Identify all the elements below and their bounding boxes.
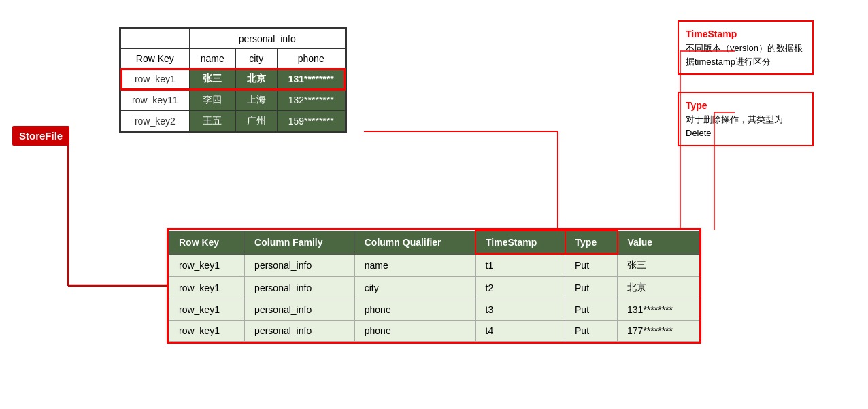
bottom-table-cell: personal_info	[245, 254, 355, 276]
type-annotation: Type 对于删除操作，其类型为Delete	[678, 92, 814, 146]
type-title: Type	[686, 99, 805, 113]
bottom-table-cell: t2	[475, 276, 565, 299]
empty-header	[121, 29, 190, 49]
row-key-col-header: Row Key	[121, 49, 190, 69]
bottom-table-cell: t4	[475, 320, 565, 341]
table-row: row_key11李四上海132********	[121, 90, 346, 111]
bottom-table-cell: row_key1	[169, 299, 245, 320]
bottom-table-cell: name	[354, 254, 475, 276]
row-key-cell: row_key1	[121, 69, 190, 90]
table-row: row_key1personal_infophonet3Put131******…	[169, 299, 699, 320]
storefile-table: Row KeyColumn FamilyColumn QualifierTime…	[169, 230, 699, 342]
timestamp-text: 不同版本（version）的数据根据timestamp进行区分	[686, 42, 805, 68]
name-cell: 张三	[189, 69, 235, 90]
bottom-table-cell: personal_info	[245, 320, 355, 341]
bottom-table-cell: phone	[354, 299, 475, 320]
main-container: StoreFile personal_info Row Key name cit…	[0, 0, 868, 409]
bottom-table-header: Value	[618, 231, 699, 254]
table-row: row_key1personal_infophonet4Put177******…	[169, 320, 699, 341]
table-row: row_key2王五广州159********	[121, 111, 346, 132]
bottom-table-cell: 张三	[618, 254, 699, 276]
table-row: row_key1personal_infonamet1Put张三	[169, 254, 699, 276]
hbase-table-wrapper: personal_info Row Key name city phone ro…	[119, 27, 347, 133]
bottom-table-cell: Put	[565, 299, 618, 320]
bottom-table-cell: Put	[565, 254, 618, 276]
phone-cell: 132********	[277, 90, 345, 111]
bottom-table-cell: 177********	[618, 320, 699, 341]
city-cell: 上海	[235, 90, 277, 111]
timestamp-title: TimeStamp	[686, 27, 805, 42]
bottom-table-cell: 131********	[618, 299, 699, 320]
row-key-cell: row_key2	[121, 111, 190, 132]
bottom-table-cell: Put	[565, 320, 618, 341]
bottom-table-cell: row_key1	[169, 320, 245, 341]
row-key-cell: row_key11	[121, 90, 190, 111]
bottom-table-header: TimeStamp	[475, 231, 565, 254]
bottom-table-cell: t3	[475, 299, 565, 320]
table-row: row_key1张三北京131********	[121, 69, 346, 90]
city-cell: 北京	[235, 69, 277, 90]
phone-cell: 159********	[277, 111, 345, 132]
bottom-table-header: Column Family	[245, 231, 355, 254]
phone-col-header: phone	[277, 49, 345, 69]
bottom-table-header: Row Key	[169, 231, 245, 254]
bottom-table-cell: row_key1	[169, 254, 245, 276]
name-cell: 王五	[189, 111, 235, 132]
bottom-table-header: Column Qualifier	[354, 231, 475, 254]
city-col-header: city	[235, 49, 277, 69]
bottom-table-cell: 北京	[618, 276, 699, 299]
storefile-label: StoreFile	[12, 126, 69, 146]
phone-cell: 131********	[277, 69, 345, 90]
city-cell: 广州	[235, 111, 277, 132]
bottom-table-cell: Put	[565, 276, 618, 299]
timestamp-annotation: TimeStamp 不同版本（version）的数据根据timestamp进行区…	[678, 20, 814, 75]
storefile-table-wrapper: Row KeyColumn FamilyColumn QualifierTime…	[167, 228, 701, 344]
bottom-table-cell: personal_info	[245, 299, 355, 320]
bottom-table-cell: personal_info	[245, 276, 355, 299]
table-row: row_key1personal_infocityt2Put北京	[169, 276, 699, 299]
column-family-header: personal_info	[189, 29, 345, 49]
bottom-table-header: Type	[565, 231, 618, 254]
bottom-table-cell: row_key1	[169, 276, 245, 299]
bottom-table-cell: phone	[354, 320, 475, 341]
bottom-table-cell: t1	[475, 254, 565, 276]
bottom-table-cell: city	[354, 276, 475, 299]
hbase-top-table: personal_info Row Key name city phone ro…	[120, 29, 346, 132]
name-cell: 李四	[189, 90, 235, 111]
type-text: 对于删除操作，其类型为Delete	[686, 113, 805, 140]
name-col-header: name	[189, 49, 235, 69]
